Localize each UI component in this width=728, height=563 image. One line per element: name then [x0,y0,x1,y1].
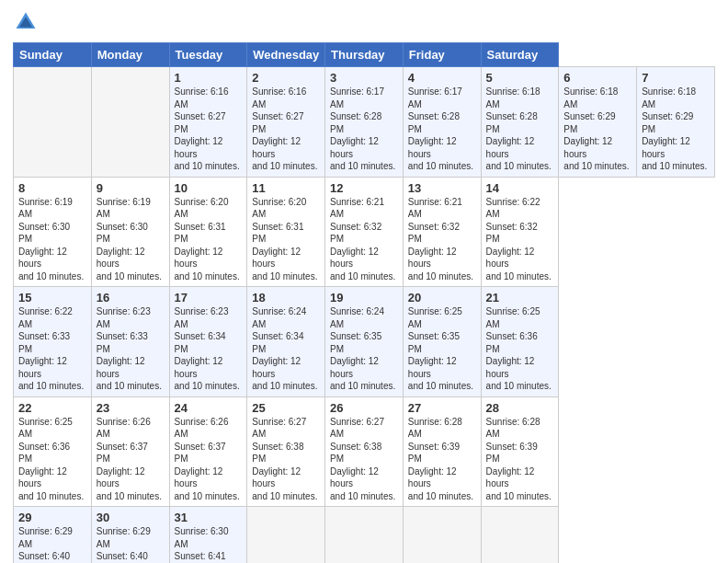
calendar-week-4: 29 Sunrise: 6:29 AM Sunset: 6:40 PM Dayl… [14,507,715,564]
calendar-cell: 15 Sunrise: 6:22 AM Sunset: 6:33 PM Dayl… [14,287,92,397]
calendar-cell: 19 Sunrise: 6:24 AM Sunset: 6:35 PM Dayl… [325,287,404,397]
day-info: Sunrise: 6:25 AM Sunset: 6:36 PM Dayligh… [486,305,554,393]
day-number: 20 [408,291,476,304]
day-info: Sunrise: 6:18 AM Sunset: 6:29 PM Dayligh… [642,86,710,173]
calendar-header-sunday: Sunday [14,43,92,67]
calendar-cell: 1 Sunrise: 6:16 AM Sunset: 6:27 PM Dayli… [169,67,247,178]
day-number: 19 [330,291,398,304]
day-info: Sunrise: 6:27 AM Sunset: 6:38 PM Dayligh… [330,416,398,503]
day-info: Sunrise: 6:21 AM Sunset: 6:32 PM Dayligh… [408,196,476,283]
day-number: 14 [486,181,554,195]
calendar-header-monday: Monday [91,43,169,67]
day-info: Sunrise: 6:29 AM Sunset: 6:40 PM Dayligh… [97,525,165,563]
day-info: Sunrise: 6:17 AM Sunset: 6:28 PM Dayligh… [330,86,398,173]
calendar-header-friday: Friday [403,43,481,67]
day-info: Sunrise: 6:25 AM Sunset: 6:35 PM Dayligh… [408,305,476,393]
calendar-cell: 13 Sunrise: 6:21 AM Sunset: 6:32 PM Dayl… [403,177,481,287]
day-info: Sunrise: 6:27 AM Sunset: 6:38 PM Dayligh… [252,416,320,503]
day-number: 15 [18,291,86,304]
calendar-cell: 31 Sunrise: 6:30 AM Sunset: 6:41 PM Dayl… [169,507,247,564]
day-number: 25 [252,401,320,415]
calendar-week-2: 15 Sunrise: 6:22 AM Sunset: 6:33 PM Dayl… [14,287,715,397]
day-number: 9 [97,181,165,195]
calendar-week-0: 1 Sunrise: 6:16 AM Sunset: 6:27 PM Dayli… [14,67,715,178]
day-number: 30 [97,511,165,524]
day-number: 12 [330,181,398,195]
calendar-cell: 25 Sunrise: 6:27 AM Sunset: 6:38 PM Dayl… [247,396,325,507]
day-info: Sunrise: 6:26 AM Sunset: 6:37 PM Dayligh… [175,416,243,503]
day-number: 2 [252,71,320,85]
calendar-cell: 23 Sunrise: 6:26 AM Sunset: 6:37 PM Dayl… [91,396,169,507]
day-number: 4 [408,71,476,85]
day-number: 1 [175,71,243,85]
day-number: 23 [97,401,165,415]
day-info: Sunrise: 6:20 AM Sunset: 6:31 PM Dayligh… [175,196,243,283]
day-number: 8 [18,181,86,195]
day-number: 3 [330,71,398,85]
calendar-cell: 2 Sunrise: 6:16 AM Sunset: 6:27 PM Dayli… [247,67,325,178]
calendar-cell: 12 Sunrise: 6:21 AM Sunset: 6:32 PM Dayl… [325,177,404,287]
calendar-cell: 18 Sunrise: 6:24 AM Sunset: 6:34 PM Dayl… [247,287,325,397]
calendar-cell: 29 Sunrise: 6:29 AM Sunset: 6:40 PM Dayl… [14,507,92,564]
day-info: Sunrise: 6:16 AM Sunset: 6:27 PM Dayligh… [252,86,320,173]
calendar-cell: 24 Sunrise: 6:26 AM Sunset: 6:37 PM Dayl… [169,396,247,507]
calendar-cell: 8 Sunrise: 6:19 AM Sunset: 6:30 PM Dayli… [14,177,92,287]
day-info: Sunrise: 6:23 AM Sunset: 6:34 PM Dayligh… [175,305,243,393]
day-info: Sunrise: 6:28 AM Sunset: 6:39 PM Dayligh… [486,416,554,503]
day-info: Sunrise: 6:19 AM Sunset: 6:30 PM Dayligh… [18,196,86,283]
calendar-cell [481,507,559,564]
calendar-cell: 26 Sunrise: 6:27 AM Sunset: 6:38 PM Dayl… [325,396,404,507]
day-number: 16 [97,291,165,304]
day-info: Sunrise: 6:28 AM Sunset: 6:39 PM Dayligh… [408,416,476,503]
day-number: 13 [408,181,476,195]
calendar-cell [247,507,325,564]
day-number: 18 [252,291,320,304]
calendar-cell: 6 Sunrise: 6:18 AM Sunset: 6:29 PM Dayli… [559,67,637,178]
day-info: Sunrise: 6:21 AM Sunset: 6:32 PM Dayligh… [330,196,398,283]
calendar-table: SundayMondayTuesdayWednesdayThursdayFrid… [13,42,715,563]
day-info: Sunrise: 6:18 AM Sunset: 6:28 PM Dayligh… [486,86,554,173]
calendar-cell: 27 Sunrise: 6:28 AM Sunset: 6:39 PM Dayl… [403,396,481,507]
day-number: 24 [175,401,243,415]
calendar-cell: 17 Sunrise: 6:23 AM Sunset: 6:34 PM Dayl… [169,287,247,397]
day-number: 5 [486,71,554,85]
calendar-cell: 30 Sunrise: 6:29 AM Sunset: 6:40 PM Dayl… [91,507,169,564]
calendar-week-3: 22 Sunrise: 6:25 AM Sunset: 6:36 PM Dayl… [14,396,715,507]
day-number: 22 [18,401,86,415]
calendar-cell [14,67,92,178]
day-info: Sunrise: 6:29 AM Sunset: 6:40 PM Dayligh… [18,525,86,563]
logo-icon [13,9,39,35]
day-info: Sunrise: 6:20 AM Sunset: 6:31 PM Dayligh… [252,196,320,283]
day-info: Sunrise: 6:30 AM Sunset: 6:41 PM Dayligh… [175,525,243,563]
calendar-cell: 28 Sunrise: 6:28 AM Sunset: 6:39 PM Dayl… [481,396,559,507]
day-number: 26 [330,401,398,415]
day-info: Sunrise: 6:19 AM Sunset: 6:30 PM Dayligh… [97,196,165,283]
calendar-cell: 20 Sunrise: 6:25 AM Sunset: 6:35 PM Dayl… [403,287,481,397]
calendar-cell: 3 Sunrise: 6:17 AM Sunset: 6:28 PM Dayli… [325,67,404,178]
calendar-cell: 5 Sunrise: 6:18 AM Sunset: 6:28 PM Dayli… [481,67,559,178]
day-info: Sunrise: 6:22 AM Sunset: 6:33 PM Dayligh… [18,305,86,393]
header [13,9,715,35]
day-info: Sunrise: 6:16 AM Sunset: 6:27 PM Dayligh… [175,86,243,173]
calendar-cell [325,507,404,564]
calendar-cell: 21 Sunrise: 6:25 AM Sunset: 6:36 PM Dayl… [481,287,559,397]
day-info: Sunrise: 6:25 AM Sunset: 6:36 PM Dayligh… [18,416,86,503]
calendar-cell: 22 Sunrise: 6:25 AM Sunset: 6:36 PM Dayl… [14,396,92,507]
page: SundayMondayTuesdayWednesdayThursdayFrid… [0,0,728,563]
day-number: 28 [486,401,554,415]
day-number: 27 [408,401,476,415]
day-info: Sunrise: 6:26 AM Sunset: 6:37 PM Dayligh… [97,416,165,503]
day-number: 11 [252,181,320,195]
calendar-cell: 16 Sunrise: 6:23 AM Sunset: 6:33 PM Dayl… [91,287,169,397]
day-number: 7 [642,71,710,85]
calendar-header-wednesday: Wednesday [247,43,325,67]
day-info: Sunrise: 6:17 AM Sunset: 6:28 PM Dayligh… [408,86,476,173]
day-number: 6 [563,71,631,85]
calendar-cell: 14 Sunrise: 6:22 AM Sunset: 6:32 PM Dayl… [481,177,559,287]
day-number: 29 [18,511,86,524]
calendar-cell [403,507,481,564]
calendar-cell: 7 Sunrise: 6:18 AM Sunset: 6:29 PM Dayli… [637,67,715,178]
calendar-cell [91,67,169,178]
day-number: 17 [175,291,243,304]
day-info: Sunrise: 6:22 AM Sunset: 6:32 PM Dayligh… [486,196,554,283]
